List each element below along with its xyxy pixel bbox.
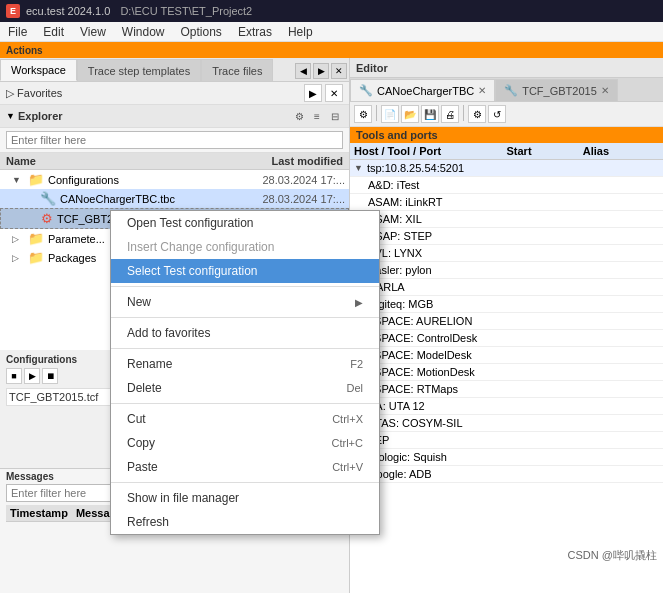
ports-row-dspace-aurelion[interactable]: dSPACE: AURELION [350,313,663,330]
canoe-tbc-icon: 🔧 [40,191,56,206]
packages-expand[interactable]: ▷ [12,253,24,263]
configurations-folder-icon: 📁 [28,172,44,187]
ports-row-fep[interactable]: FEP [350,432,663,449]
menu-options[interactable]: Options [173,23,230,41]
tcf-icon: ⚙ [41,211,53,226]
ports-row-google-adb[interactable]: Google: ADB [350,466,663,483]
ctx-select-test-config[interactable]: Select Test configuration [111,259,379,283]
canoe-tab-label: CANoeChargerTBC [377,85,474,97]
ports-row-rtrologic-squish[interactable]: rtrologic: Squish [350,449,663,466]
ports-row-asam-xil[interactable]: ASAM: XIL [350,211,663,228]
favorites-play-btn[interactable]: ▶ [304,84,322,102]
editor-tab-canoe-tbc[interactable]: 🔧 CANoeChargerTBC ✕ [350,79,495,101]
ports-row-carla[interactable]: CARLA [350,279,663,296]
explorer-label: Explorer [18,110,63,122]
tsp-expand-icon[interactable]: ▼ [354,163,363,173]
ports-row-asap-step[interactable]: ASAP: STEP [350,228,663,245]
menu-extras[interactable]: Extras [230,23,280,41]
explorer-collapse-btn[interactable]: ⊟ [327,108,343,124]
ea-uta12-label: EA: UTA 12 [368,400,659,412]
ctx-cut-shortcut: Ctrl+X [332,413,363,425]
ed-btn-new[interactable]: 📄 [381,105,399,123]
ctx-paste-shortcut: Ctrl+V [332,461,363,473]
ctx-refresh[interactable]: Refresh [111,510,379,534]
canoe-tab-close[interactable]: ✕ [478,85,486,96]
canoe-tab-icon: 🔧 [359,84,373,97]
ctx-delete[interactable]: Delete Del [111,376,379,400]
tools-ports-header: Tools and ports [350,127,663,143]
tab-nav-close[interactable]: ✕ [331,63,347,79]
ports-row-digiteq-mgb[interactable]: Digiteq: MGB [350,296,663,313]
ports-row-ea-uta12[interactable]: EA: UTA 12 [350,398,663,415]
ctx-open-test-config[interactable]: Open Test configuration [111,211,379,235]
ctx-insert-change-config: Insert Change configuration [111,235,379,259]
configurations-label: Configurations [48,174,211,186]
ctx-rename-shortcut: F2 [350,358,363,370]
menu-edit[interactable]: Edit [35,23,72,41]
menu-help[interactable]: Help [280,23,321,41]
explorer-list-btn[interactable]: ≡ [309,108,325,124]
config-btn-3[interactable]: ⏹ [42,368,58,384]
avl-lynx-label: AVL: LYNX [368,247,659,259]
asam-xil-label: ASAM: XIL [368,213,659,225]
tsp-label: tsp:10.8.25.54:5201 [367,162,659,174]
ports-row-asam-ilinkrt[interactable]: ASAM: iLinkRT [350,194,663,211]
file-list-header: Name Last modified [0,153,349,170]
ed-btn-refresh[interactable]: ↺ [488,105,506,123]
tab-workspace[interactable]: Workspace [0,59,77,81]
parameters-folder-icon: 📁 [28,231,44,246]
editor-tab-tcf-gbt2015[interactable]: 🔧 TCF_GBT2015 ✕ [495,79,618,101]
ed-btn-print[interactable]: 🖨 [441,105,459,123]
ports-row-basler-pylon[interactable]: Basler: pylon [350,262,663,279]
ctx-add-favorites[interactable]: Add to favorites [111,321,379,345]
ports-row-dspace-motiondesk[interactable]: dSPACE: MotionDesk [350,364,663,381]
configurations-expand-icon[interactable]: ▼ [12,175,24,185]
tab-trace-files[interactable]: Trace files [201,59,273,81]
ctx-rename[interactable]: Rename F2 [111,352,379,376]
ph-col-start: Start [507,145,583,157]
favorites-del-btn[interactable]: ✕ [325,84,343,102]
explorer-header: ▼ Explorer ⚙ ≡ ⊟ [0,105,349,128]
ctx-delete-shortcut: Del [346,382,363,394]
config-btn-1[interactable]: ■ [6,368,22,384]
explorer-settings-btn[interactable]: ⚙ [291,108,307,124]
ed-sep-1 [376,105,377,121]
tcf-tab-icon: 🔧 [504,84,518,97]
ports-row-avl-lynx[interactable]: AVL: LYNX [350,245,663,262]
ctx-show-file-manager[interactable]: Show in file manager [111,486,379,510]
ports-row-and-itest[interactable]: A&D: iTest [350,177,663,194]
ctx-copy[interactable]: Copy Ctrl+C [111,431,379,455]
ctx-paste[interactable]: Paste Ctrl+V [111,455,379,479]
menu-window[interactable]: Window [114,23,173,41]
carla-label: CARLA [368,281,659,293]
tab-trace-step-templates[interactable]: Trace step templates [77,59,201,81]
ports-row-dspace-controldesk[interactable]: dSPACE: ControlDesk [350,330,663,347]
tree-item-canoe-tbc[interactable]: 🔧 CANoeChargerTBC.tbc 28.03.2024 17:... [0,189,349,208]
menu-view[interactable]: View [72,23,114,41]
ctx-new[interactable]: New ▶ [111,290,379,314]
ports-table: ▼ tsp:10.8.25.54:5201 A&D: iTest ASAM: i… [350,160,663,593]
filter-input[interactable] [6,131,343,149]
ports-row-tsp[interactable]: ▼ tsp:10.8.25.54:5201 [350,160,663,177]
tab-nav-right[interactable]: ▶ [313,63,329,79]
ed-btn-1[interactable]: ⚙ [354,105,372,123]
ports-row-dspace-rtmaps[interactable]: dSPACE: RTMaps [350,381,663,398]
menu-file[interactable]: File [0,23,35,41]
parameters-expand[interactable]: ▷ [12,234,24,244]
tree-item-configurations[interactable]: ▼ 📁 Configurations 28.03.2024 17:... [0,170,349,189]
config-btn-2[interactable]: ▶ [24,368,40,384]
favorites-bar[interactable]: ▷ Favorites ▶ ✕ [0,82,349,105]
ctx-cut[interactable]: Cut Ctrl+X [111,407,379,431]
tcf-tab-close[interactable]: ✕ [601,85,609,96]
etas-cosym-label: ETAS: COSYM-SIL [368,417,659,429]
ed-btn-settings[interactable]: ⚙ [468,105,486,123]
google-adb-label: Google: ADB [368,468,659,480]
ed-btn-open[interactable]: 📂 [401,105,419,123]
asap-step-label: ASAP: STEP [368,230,659,242]
dspace-controldesk-label: dSPACE: ControlDesk [368,332,659,344]
ports-row-dspace-modeldesk[interactable]: dSPACE: ModelDesk [350,347,663,364]
canoe-tbc-label: CANoeChargerTBC.tbc [60,193,211,205]
tab-nav-left[interactable]: ◀ [295,63,311,79]
ports-row-etas-cosym[interactable]: ETAS: COSYM-SIL [350,415,663,432]
ed-btn-save[interactable]: 💾 [421,105,439,123]
